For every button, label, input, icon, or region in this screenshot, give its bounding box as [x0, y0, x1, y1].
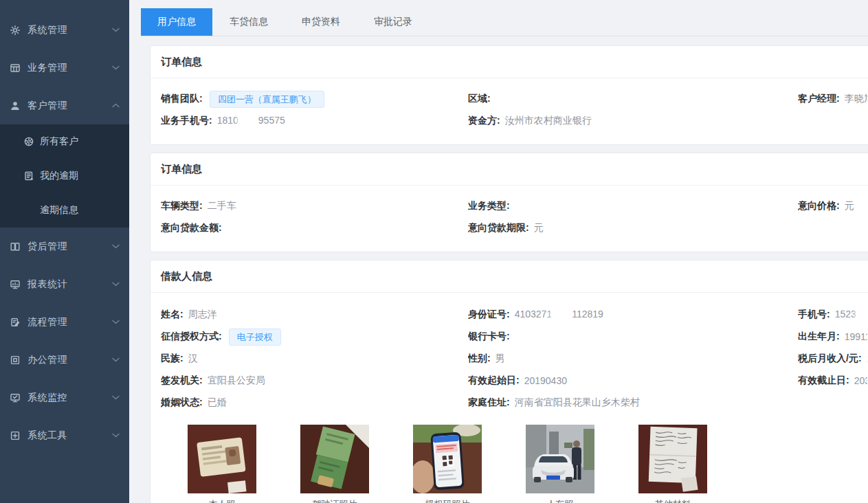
photo-caption: 驾驶证照片 [300, 498, 369, 503]
chevron-down-icon [112, 357, 120, 362]
chevron-down-icon [112, 65, 120, 70]
monitor-icon [10, 279, 21, 290]
photo-id-card[interactable] [188, 425, 256, 493]
sales-team-tag[interactable]: 四团一营（直属王鹏飞） [210, 91, 324, 108]
sidebar-item-report-statistics[interactable]: 报表统计 [0, 265, 129, 303]
monitor-check-icon [10, 392, 21, 403]
photo-item: 授权码照片 [413, 425, 482, 503]
photo-auth-qr-code[interactable] [413, 425, 482, 493]
field-label: 意向价格: [798, 200, 840, 212]
field-value: 19911111 [845, 331, 867, 342]
sidebar-item-overdue-info[interactable]: 逾期信息 [0, 193, 129, 227]
field-label: 意向贷款期限: [468, 222, 529, 234]
tab-label: 车贷信息 [230, 16, 268, 28]
user-icon [10, 100, 21, 111]
field-label: 手机号: [798, 309, 830, 321]
field-value: 二手车 [208, 200, 236, 212]
field-value: 汉 [188, 353, 198, 365]
photo-handwritten-document[interactable] [638, 425, 707, 493]
notebook-icon [23, 170, 34, 181]
field-label: 婚姻状态: [161, 396, 203, 409]
field-intended-loan-amount: 意向贷款金额: [161, 217, 468, 239]
empty-cell [798, 217, 867, 239]
sidebar: 系统管理 业务管理 客户管理 所有客户 我的逾期 逾期信息 [0, 0, 129, 503]
field-vehicle-type: 车辆类型: 二手车 [161, 195, 468, 217]
chevron-up-icon [112, 103, 120, 108]
field-label: 民族: [161, 353, 183, 365]
sidebar-item-label: 办公管理 [27, 354, 67, 366]
tools-icon [10, 430, 21, 441]
field-label: 区域: [468, 93, 491, 105]
field-gender: 性别: 男 [468, 348, 798, 370]
card-title: 订单信息 [161, 56, 867, 78]
sidebar-item-postloan-management[interactable]: 贷后管理 [0, 227, 129, 265]
field-home-address: 家庭住址: 河南省宜阳县花果山乡木柴村 [468, 392, 798, 414]
tab-loan-application-docs[interactable]: 申贷资料 [285, 8, 357, 36]
tab-label: 审批记录 [374, 16, 412, 28]
sidebar-item-my-overdue[interactable]: 我的逾期 [0, 159, 129, 193]
sidebar-item-customer-management[interactable]: 客户管理 [0, 87, 129, 124]
main-content: 用户信息 车贷信息 申贷资料 审批记录 订单信息 销售团队: 四团一营（直属王鹏… [129, 0, 868, 503]
photo-item: 驾驶证照片 [300, 425, 369, 503]
sidebar-item-label: 系统管理 [27, 24, 67, 36]
field-sales-team: 销售团队: 四团一营（直属王鹏飞） [161, 88, 468, 110]
photo-caption: 其他材料 [638, 498, 707, 503]
card-title: 借款人信息 [161, 270, 867, 292]
photo-caption: 授权码照片 [413, 498, 482, 503]
field-issuing-authority: 签发机关: 宜阳县公安局 [161, 370, 468, 392]
book-icon [10, 241, 21, 252]
field-value: 已婚 [208, 396, 227, 409]
field-label: 签发机关: [161, 375, 203, 387]
photo-item: 人车照 [526, 425, 594, 503]
tab-user-info[interactable]: 用户信息 [141, 8, 212, 36]
chevron-down-icon [112, 395, 120, 400]
field-label: 银行卡号: [468, 331, 510, 343]
redaction-patch [239, 115, 258, 127]
field-value: 20390430 [854, 375, 867, 386]
sidebar-item-system-management[interactable]: 系统管理 [0, 11, 129, 49]
field-value: 河南省宜阳县花果山乡木柴村 [515, 396, 640, 409]
grid-icon [10, 63, 21, 74]
sidebar-item-label: 贷后管理 [27, 241, 67, 253]
field-value: 181095575 [217, 115, 285, 127]
sidebar-item-label: 客户管理 [27, 100, 67, 112]
borrower-info-card: 借款人信息 姓名: 周志洋 身份证号: 4103271112819 手机号: 1… [150, 260, 868, 503]
field-marital-status: 婚姻状态: 已婚 [161, 392, 468, 414]
sidebar-item-label: 逾期信息 [40, 204, 78, 216]
field-label: 资金方: [468, 115, 500, 127]
chevron-down-icon [112, 433, 120, 438]
order-vehicle-card: 订单信息 车辆类型: 二手车 业务类型: 意向价格: 元 意向贷款金额: [150, 153, 868, 252]
sidebar-item-system-tools[interactable]: 系统工具 [0, 416, 129, 454]
photo-item: 其他材料 [638, 425, 707, 503]
photo-person-with-car[interactable] [526, 425, 594, 493]
chevron-down-icon [112, 282, 120, 287]
sidebar-item-office-management[interactable]: 办公管理 [0, 341, 129, 379]
clipboard-icon [10, 317, 21, 328]
field-value: 李晓旭 [845, 93, 867, 105]
field-value: 宜阳县公安局 [208, 375, 265, 387]
photo-license-book[interactable] [300, 425, 369, 493]
sidebar-item-process-management[interactable]: 流程管理 [0, 303, 129, 341]
photo-caption: 人车照 [526, 498, 594, 503]
field-account-manager: 客户经理: 李晓旭 [798, 88, 867, 110]
detail-tabs: 用户信息 车贷信息 申贷资料 审批记录 [141, 8, 868, 36]
field-value: 男 [496, 353, 505, 365]
tab-car-loan-info[interactable]: 车贷信息 [213, 8, 285, 36]
redaction-patch [553, 309, 571, 321]
credit-auth-tag[interactable]: 电子授权 [229, 328, 281, 346]
tab-label: 申贷资料 [302, 16, 340, 28]
field-bank-card: 银行卡号: [468, 326, 798, 348]
field-region: 区域: [468, 88, 798, 110]
field-id-number: 身份证号: 4103271112819 [468, 304, 798, 326]
sidebar-item-all-customers[interactable]: 所有客户 [0, 124, 129, 159]
field-business-type: 业务类型: [468, 195, 798, 217]
chevron-down-icon [112, 320, 120, 324]
field-valid-to: 有效截止日: 20390430 [798, 370, 867, 392]
field-label: 车辆类型: [161, 200, 203, 212]
tab-label: 用户信息 [157, 16, 196, 28]
field-label: 有效截止日: [798, 375, 849, 387]
sidebar-item-business-management[interactable]: 业务管理 [0, 49, 129, 87]
sidebar-item-label: 业务管理 [27, 62, 67, 74]
tab-approval-records[interactable]: 审批记录 [357, 8, 429, 36]
sidebar-item-system-monitor[interactable]: 系统监控 [0, 379, 129, 416]
